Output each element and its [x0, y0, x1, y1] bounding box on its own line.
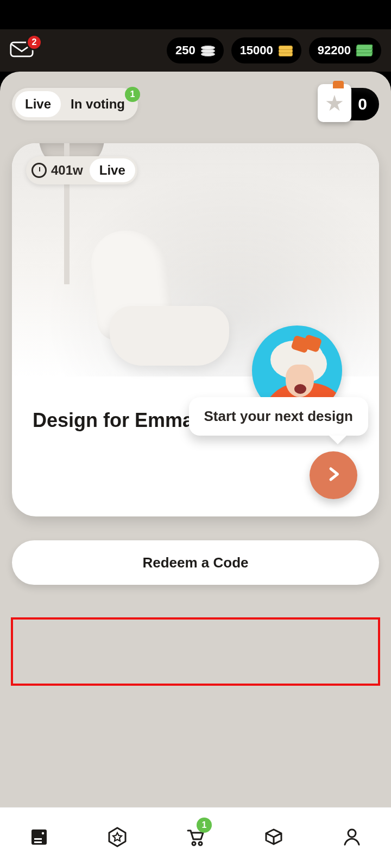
star-card-icon: ★	[318, 84, 351, 122]
currency-coins[interactable]: 250	[167, 37, 224, 63]
mail-badge: 2	[26, 34, 42, 50]
tab-in-voting-label: In voting	[71, 97, 125, 111]
badge-star-icon	[106, 826, 128, 850]
card-status-chip: 401w Live	[26, 156, 137, 184]
box-icon	[263, 826, 285, 850]
svg-point-7	[199, 842, 202, 845]
tutorial-highlight	[11, 617, 380, 686]
coins-icon	[201, 44, 215, 56]
svg-rect-3	[34, 838, 42, 840]
nav-star[interactable]	[100, 821, 135, 856]
star-counter[interactable]: ★ 0	[318, 87, 379, 122]
gold-icon	[279, 44, 293, 56]
svg-point-2	[42, 832, 44, 834]
card-status: Live	[90, 158, 135, 182]
currency-coins-amount: 250	[175, 43, 195, 58]
nav-box[interactable]	[256, 821, 291, 856]
mail-icon	[10, 52, 34, 61]
svg-marker-5	[109, 828, 125, 846]
main-content: Live In voting 1 ★ 0 401w Live Design fo…	[0, 72, 391, 807]
nav-profile[interactable]	[335, 821, 369, 856]
tab-live[interactable]: Live	[15, 91, 61, 117]
star-count-value: 0	[348, 88, 379, 120]
receipt-icon	[28, 826, 50, 850]
redeem-code-button[interactable]: Redeem a Code	[12, 540, 379, 585]
card-timer: 401w	[50, 159, 87, 181]
design-card[interactable]: 401w Live Design for Emma Start your nex…	[12, 143, 379, 516]
nav-cart[interactable]: 1	[178, 821, 213, 856]
status-bar-spacer	[0, 0, 391, 29]
tab-in-voting[interactable]: In voting 1	[61, 91, 135, 117]
coach-tooltip: Start your next design	[189, 397, 369, 436]
svg-rect-4	[34, 841, 42, 843]
clock-icon	[31, 163, 47, 178]
profile-icon	[341, 826, 363, 850]
currency-gold[interactable]: 15000	[231, 37, 301, 63]
svg-point-8	[348, 829, 356, 837]
currency-gold-amount: 15000	[240, 43, 273, 58]
bottom-nav: 1	[0, 807, 391, 868]
card-title: Design for Emma	[33, 409, 193, 432]
filter-tabs: Live In voting 1	[12, 88, 138, 120]
chevron-right-icon	[325, 466, 342, 484]
currency-cash[interactable]: 92200	[309, 37, 381, 63]
svg-point-6	[192, 842, 195, 845]
tab-in-voting-badge: 1	[125, 87, 140, 102]
nav-cart-badge: 1	[197, 818, 212, 833]
top-header: 2 250 15000 92200	[0, 29, 391, 72]
cash-icon	[356, 44, 373, 56]
star-icon: ★	[325, 91, 344, 116]
currency-cash-amount: 92200	[318, 43, 351, 58]
next-design-button[interactable]	[310, 451, 357, 499]
mail-button[interactable]: 2	[10, 40, 37, 61]
nav-home[interactable]	[22, 821, 56, 856]
